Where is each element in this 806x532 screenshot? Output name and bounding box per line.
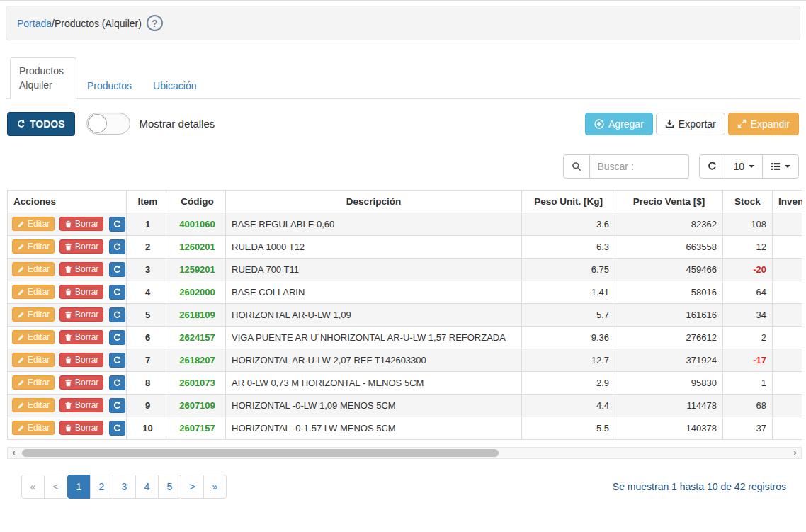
refresh-icon — [113, 220, 121, 228]
inventario-cell — [773, 303, 802, 326]
header-inventario[interactable]: Inventario — [773, 190, 802, 213]
page-size-dropdown[interactable]: 10 — [725, 154, 763, 179]
delete-button[interactable]: Borrar — [59, 239, 103, 254]
edit-button[interactable]: Editar — [12, 217, 55, 231]
scroll-left-icon[interactable]: ‹ — [8, 448, 20, 458]
edit-label: Editar — [28, 378, 50, 387]
header-item[interactable]: Item — [127, 190, 169, 213]
exportar-button[interactable]: Exportar — [656, 113, 725, 135]
item-cell: 9 — [127, 394, 169, 417]
expandir-button[interactable]: Expandir — [728, 113, 799, 135]
edit-button[interactable]: Editar — [12, 330, 55, 344]
tab-productos[interactable]: Productos — [76, 73, 142, 98]
delete-button[interactable]: Borrar — [59, 307, 103, 322]
search-button[interactable] — [563, 154, 590, 179]
page-button-1[interactable]: 1 — [67, 475, 91, 499]
delete-button[interactable]: Borrar — [59, 285, 103, 299]
columns-dropdown[interactable] — [762, 154, 799, 179]
page-button-3[interactable]: 3 — [113, 475, 136, 499]
toolbar: TODOS Mostrar detalles Agregar Exportar — [7, 112, 799, 136]
list-columns-icon — [771, 162, 781, 171]
page-first-button[interactable]: « — [21, 475, 45, 499]
delete-label: Borrar — [75, 219, 98, 229]
delete-button[interactable]: Borrar — [59, 398, 103, 412]
tab-ubicacion[interactable]: Ubicación — [142, 73, 207, 98]
breadcrumb-home-link[interactable]: Portada — [17, 18, 52, 29]
header-precio[interactable]: Precio Venta [$] — [615, 190, 723, 213]
pencil-icon — [17, 424, 25, 432]
codigo-cell: 2624157 — [169, 326, 226, 349]
inventario-cell — [773, 326, 802, 349]
stock-cell: 37 — [723, 417, 773, 439]
expand-icon — [737, 119, 747, 128]
precio-cell: 276612 — [615, 326, 723, 349]
table-footer: « < 12345 > » Se muestran 1 hasta 10 de … — [7, 475, 799, 499]
expandir-label: Expandir — [751, 118, 790, 130]
refresh-table-button[interactable] — [699, 154, 725, 179]
edit-label: Editar — [28, 287, 50, 297]
header-descripcion[interactable]: Descripción — [226, 190, 522, 213]
page-button-2[interactable]: 2 — [90, 475, 113, 499]
delete-label: Borrar — [75, 355, 98, 365]
agregar-button[interactable]: Agregar — [585, 113, 653, 135]
delete-label: Borrar — [75, 310, 98, 319]
page-next-button[interactable]: > — [181, 475, 204, 499]
refresh-row-button[interactable] — [109, 239, 125, 254]
item-cell: 10 — [127, 417, 169, 439]
peso-cell: 6.3 — [522, 235, 615, 258]
page-button-4[interactable]: 4 — [135, 475, 159, 499]
edit-button[interactable]: Editar — [12, 375, 55, 390]
search-input[interactable] — [590, 154, 689, 179]
delete-button[interactable]: Borrar — [59, 217, 103, 231]
page-last-button[interactable]: » — [203, 475, 227, 499]
refresh-row-button[interactable] — [109, 217, 125, 232]
actions-cell: Editar Borrar — [8, 417, 127, 439]
delete-button[interactable]: Borrar — [59, 375, 103, 390]
delete-button[interactable]: Borrar — [59, 353, 103, 367]
scrollbar-track[interactable] — [20, 449, 789, 457]
header-peso[interactable]: Peso Unit. [Kg] — [522, 190, 615, 213]
edit-button[interactable]: Editar — [12, 262, 55, 276]
refresh-row-button[interactable] — [109, 353, 125, 368]
item-cell: 8 — [127, 371, 169, 394]
horizontal-scrollbar[interactable]: ‹ › — [7, 447, 802, 459]
refresh-row-button[interactable] — [109, 285, 125, 300]
precio-cell: 459466 — [615, 258, 723, 281]
stock-cell: -20 — [723, 258, 773, 281]
refresh-row-button[interactable] — [109, 307, 125, 322]
delete-label: Borrar — [75, 400, 98, 410]
actions-cell: Editar Borrar — [8, 349, 127, 371]
todos-button[interactable]: TODOS — [7, 112, 75, 136]
edit-button[interactable]: Editar — [12, 239, 55, 254]
peso-cell: 2.9 — [522, 371, 615, 394]
edit-button[interactable]: Editar — [12, 353, 55, 367]
refresh-row-button[interactable] — [109, 262, 125, 277]
grid-controls: 10 — [699, 154, 799, 179]
scrollbar-thumb[interactable] — [22, 449, 499, 457]
trash-icon — [64, 402, 72, 409]
delete-button[interactable]: Borrar — [59, 330, 103, 344]
trash-icon — [64, 243, 72, 251]
delete-button[interactable]: Borrar — [59, 262, 103, 276]
mostrar-detalles-toggle[interactable] — [86, 113, 130, 135]
page-button-5[interactable]: 5 — [158, 475, 181, 499]
help-icon[interactable]: ? — [147, 15, 163, 31]
edit-button[interactable]: Editar — [12, 421, 55, 435]
refresh-row-button[interactable] — [109, 330, 125, 345]
refresh-icon — [113, 334, 121, 341]
header-stock[interactable]: Stock — [723, 190, 773, 213]
edit-button[interactable]: Editar — [12, 307, 55, 322]
refresh-row-button[interactable] — [109, 398, 125, 413]
header-acciones[interactable]: Acciones — [8, 190, 127, 213]
page-prev-button[interactable]: < — [44, 475, 67, 499]
refresh-icon — [113, 266, 121, 273]
header-codigo[interactable]: Código — [169, 190, 226, 213]
refresh-row-button[interactable] — [109, 375, 125, 390]
edit-button[interactable]: Editar — [12, 285, 55, 299]
scroll-right-icon[interactable]: › — [789, 448, 801, 458]
trash-icon — [64, 288, 72, 296]
tab-productos-alquiler[interactable]: Productos Alquiler — [10, 57, 76, 99]
edit-button[interactable]: Editar — [12, 398, 55, 412]
delete-button[interactable]: Borrar — [59, 421, 103, 435]
refresh-row-button[interactable] — [109, 421, 125, 436]
